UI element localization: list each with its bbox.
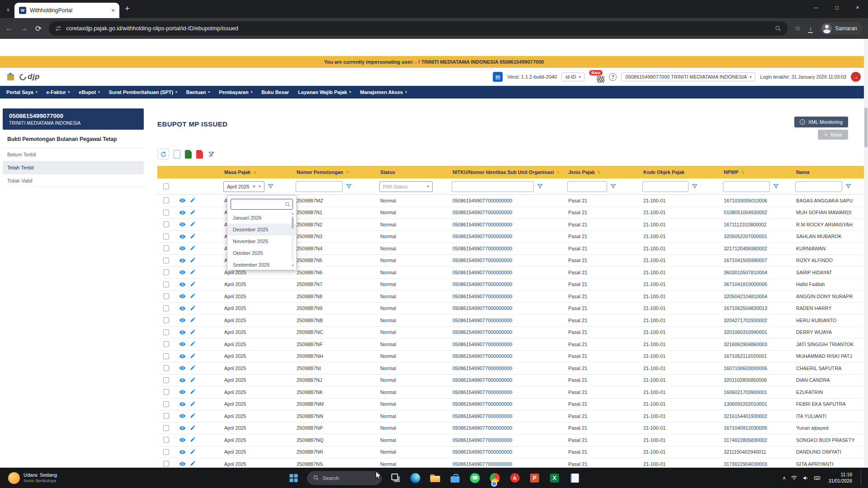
edit-row-icon[interactable]: [190, 221, 197, 228]
view-row-icon[interactable]: [179, 329, 186, 336]
chrome-taskbar-icon[interactable]: [486, 469, 504, 487]
row-checkbox[interactable]: [163, 245, 169, 251]
edit-row-icon[interactable]: [190, 317, 197, 324]
edit-row-icon[interactable]: [190, 460, 197, 467]
edit-row-icon[interactable]: [190, 257, 197, 264]
new-tab-button[interactable]: +: [125, 4, 130, 14]
view-row-icon[interactable]: [179, 377, 186, 384]
column-header[interactable]: NITKU/Nomor Identitas Sub Unit Organisas…: [449, 166, 565, 178]
npwp-filter-input[interactable]: [723, 181, 770, 192]
column-header[interactable]: Jenis Pajak↑↓: [565, 166, 640, 178]
view-row-icon[interactable]: [179, 233, 186, 240]
volume-icon[interactable]: [802, 475, 809, 481]
sidebar-item-telah-terbit[interactable]: Telah Terbit: [3, 161, 144, 174]
sort-icon[interactable]: ↑↓: [598, 170, 600, 174]
view-row-icon[interactable]: [179, 449, 186, 455]
jenis-pajak-filter-input[interactable]: [567, 181, 607, 192]
clear-filter-icon[interactable]: [208, 150, 215, 158]
view-row-icon[interactable]: [179, 197, 186, 204]
hidden-icons-chevron[interactable]: ∧: [783, 475, 786, 480]
browser-tab[interactable]: W WithholdingPortal ×: [14, 3, 119, 18]
excel-taskbar-icon[interactable]: [546, 469, 564, 487]
powerpoint-taskbar-icon[interactable]: [526, 469, 544, 487]
row-checkbox[interactable]: [163, 389, 169, 395]
edit-row-icon[interactable]: [190, 209, 197, 216]
window-close-button[interactable]: ×: [847, 0, 868, 15]
nav-item-e-faktur[interactable]: e-Faktur▾: [46, 89, 70, 95]
nav-item-layanan-wajib-pajak[interactable]: Layanan Wajib Pajak▾: [298, 89, 351, 95]
show-desktop-strip[interactable]: [861, 470, 863, 486]
dropdown-option[interactable]: Desember 2025: [227, 224, 296, 235]
company-selector[interactable]: 0508615499077000 TRINITI MEDIATAMA INDON…: [621, 72, 755, 81]
sort-icon[interactable]: ↑↓: [741, 170, 743, 174]
nav-item-pembayaran[interactable]: Pembayaran▾: [219, 89, 252, 95]
view-row-icon[interactable]: [179, 281, 186, 288]
view-row-icon[interactable]: [179, 389, 186, 395]
nama-funnel-icon[interactable]: [845, 183, 852, 190]
view-row-icon[interactable]: [179, 269, 186, 276]
row-checkbox[interactable]: [163, 210, 169, 216]
column-header[interactable]: NPWP↑↓: [720, 166, 793, 178]
weather-widget[interactable]: Udara: Sedang Senin Berikutnya: [5, 472, 61, 484]
view-row-icon[interactable]: [179, 305, 186, 312]
export-pdf-file-icon[interactable]: [196, 150, 203, 159]
sidebar-item-tidak-valid[interactable]: Tidak Valid: [3, 174, 144, 188]
view-row-icon[interactable]: [179, 245, 186, 252]
view-row-icon[interactable]: [179, 353, 186, 360]
edit-row-icon[interactable]: [190, 353, 197, 360]
window-minimize-button[interactable]: ─: [806, 0, 826, 15]
bookmark-star-icon[interactable]: ☆: [795, 24, 801, 33]
row-checkbox[interactable]: [163, 413, 169, 419]
clear-selection-icon[interactable]: ×: [253, 183, 256, 190]
edit-row-icon[interactable]: [190, 293, 197, 300]
edit-row-icon[interactable]: [190, 377, 197, 384]
edit-row-icon[interactable]: [190, 305, 197, 312]
row-checkbox[interactable]: [163, 234, 169, 239]
row-checkbox[interactable]: [163, 341, 169, 347]
dropdown-option[interactable]: Oktober 2025: [227, 247, 296, 259]
view-row-icon[interactable]: [179, 413, 186, 419]
edit-row-icon[interactable]: [190, 449, 197, 455]
window-maximize-button[interactable]: □: [826, 0, 847, 15]
keyboard-icon[interactable]: [814, 474, 821, 481]
export-excel-file-icon[interactable]: [185, 150, 192, 159]
view-row-icon[interactable]: [179, 257, 186, 264]
edge-taskbar-icon[interactable]: [406, 469, 425, 487]
release-notes-icon[interactable]: ▤: [493, 72, 503, 82]
row-checkbox[interactable]: [163, 317, 169, 323]
kode-objek-filter-input[interactable]: [642, 181, 689, 192]
address-bar[interactable]: coretaxdjp.pajak.go.id/withholding-slips…: [49, 21, 788, 36]
view-row-icon[interactable]: [179, 341, 186, 347]
view-row-icon[interactable]: [179, 317, 186, 324]
edit-row-icon[interactable]: [190, 401, 197, 408]
edit-row-icon[interactable]: [190, 365, 197, 371]
status-filter[interactable]: Pilih Status ▾: [379, 181, 433, 192]
row-checkbox[interactable]: [163, 401, 169, 407]
language-selector[interactable]: id-ID ▾: [561, 72, 585, 81]
edit-row-icon[interactable]: [190, 425, 197, 432]
store-taskbar-icon[interactable]: [446, 469, 464, 487]
column-header[interactable]: Masa Pajak↑↓: [221, 166, 293, 178]
nav-item-surat-pemberitahuan-spt-[interactable]: Surat Pemberitahuan (SPT)▾: [109, 89, 177, 95]
profile-chip[interactable]: Samaran: [820, 22, 863, 35]
jenis-pajak-funnel-icon[interactable]: [610, 183, 617, 190]
sort-icon[interactable]: ↑↓: [557, 170, 559, 174]
export-csv-file-icon[interactable]: [174, 150, 180, 159]
sidebar-item-belum-terbit[interactable]: Belum Terbit: [3, 148, 144, 161]
kode-objek-funnel-icon[interactable]: [691, 183, 698, 190]
row-checkbox[interactable]: [163, 377, 169, 383]
view-row-icon[interactable]: [179, 221, 186, 228]
row-checkbox[interactable]: [163, 197, 169, 203]
taskbar-search[interactable]: Search: [307, 471, 382, 485]
refresh-icon[interactable]: [157, 149, 169, 160]
nav-item-manajemen-akses[interactable]: Manajemen Akses▾: [360, 89, 407, 95]
nav-item-bantuan[interactable]: Bantuan▾: [186, 89, 210, 95]
scroll-down-icon[interactable]: ▼: [291, 264, 294, 267]
dropdown-option[interactable]: September 2025: [227, 259, 296, 267]
row-checkbox[interactable]: [163, 258, 169, 263]
row-checkbox[interactable]: [163, 305, 169, 311]
logout-icon[interactable]: →: [851, 72, 861, 82]
row-checkbox[interactable]: [163, 365, 169, 371]
scroll-up-icon[interactable]: ▲: [291, 212, 294, 215]
acrobat-taskbar-icon[interactable]: [506, 469, 524, 487]
